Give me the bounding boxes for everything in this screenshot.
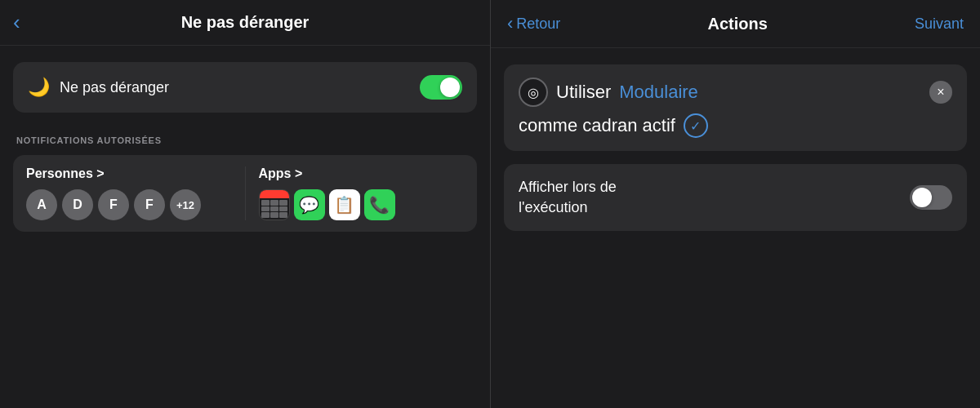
avatar-d: D (62, 189, 93, 220)
use-row: ◎ Utiliser Modulaire × (519, 78, 952, 107)
avatar-f2: F (134, 189, 165, 220)
cal-body (260, 198, 289, 220)
left-back-button[interactable]: ‹ (13, 10, 20, 35)
avatar-a: A (26, 189, 57, 220)
notifications-card: Personnes > A D F F +12 Apps > (13, 155, 477, 232)
avatar-plus: +12 (170, 189, 201, 220)
watch-face-icon: ◎ (519, 78, 548, 107)
check-circle-icon[interactable]: ✓ (684, 113, 708, 138)
calendar-app-icon (259, 189, 290, 220)
dismiss-button[interactable]: × (929, 81, 952, 104)
cadran-row: comme cadran actif ✓ (519, 113, 952, 138)
moon-icon: 🌙 (28, 77, 50, 98)
right-content: ◎ Utiliser Modulaire × comme cadran acti… (491, 48, 980, 408)
next-button[interactable]: Suivant (915, 16, 964, 33)
dnd-row-left: 🌙 Ne pas déranger (28, 77, 169, 98)
messages-app-icon: 💬 (294, 189, 325, 220)
phone-app-icon: 📞 (364, 189, 395, 220)
reminders-app-icon: 📋 (329, 189, 360, 220)
checkmark-icon: ✓ (690, 118, 701, 134)
apps-title[interactable]: Apps > (259, 166, 465, 181)
dismiss-icon: × (937, 85, 944, 100)
left-title: Ne pas déranger (181, 13, 310, 32)
app-icons-row: 💬 📋 📞 (259, 189, 465, 220)
apps-column: Apps > 💬 (246, 166, 465, 220)
modulaire-badge[interactable]: Modulaire (619, 82, 698, 103)
action-card: ◎ Utiliser Modulaire × comme cadran acti… (504, 64, 967, 151)
cadran-text: comme cadran actif (519, 115, 675, 136)
personnes-column: Personnes > A D F F +12 (26, 166, 246, 220)
afficher-text: Afficher lors de l'exécution (519, 177, 617, 218)
notifications-section-label: NOTIFICATIONS AUTORISÉES (13, 135, 477, 145)
personnes-title[interactable]: Personnes > (26, 166, 232, 181)
back-chevron-icon: ‹ (507, 13, 513, 34)
afficher-toggle-row[interactable]: Afficher lors de l'exécution (504, 164, 967, 231)
avatar-row: A D F F +12 (26, 189, 232, 220)
avatar-f1: F (98, 189, 129, 220)
dnd-toggle[interactable] (420, 75, 462, 100)
right-panel: ‹ Retour Actions Suivant ◎ Utiliser Modu… (490, 0, 980, 408)
dnd-label: Ne pas déranger (60, 79, 169, 96)
right-title: Actions (707, 15, 767, 33)
left-header: ‹ Ne pas déranger (0, 0, 490, 46)
afficher-toggle[interactable] (910, 185, 952, 210)
use-text: Utiliser (556, 82, 611, 103)
afficher-line1: Afficher lors de (519, 177, 617, 197)
cal-header (260, 190, 289, 198)
left-content: 🌙 Ne pas déranger NOTIFICATIONS AUTORISÉ… (0, 46, 490, 408)
back-label: Retour (516, 16, 560, 33)
dnd-toggle-row[interactable]: 🌙 Ne pas déranger (13, 62, 477, 113)
afficher-line2: l'exécution (519, 197, 617, 218)
left-panel: ‹ Ne pas déranger 🌙 Ne pas déranger NOTI… (0, 0, 490, 408)
right-header: ‹ Retour Actions Suivant (491, 0, 980, 48)
right-back-button[interactable]: ‹ Retour (507, 13, 560, 34)
